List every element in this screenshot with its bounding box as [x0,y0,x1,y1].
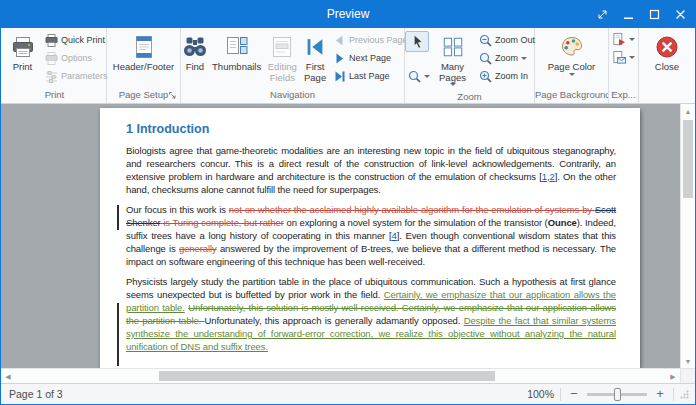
export-document-icon [612,32,626,47]
header-footer-label: Header/Footer [113,62,174,73]
zoom-out-label: Zoom Out [495,35,535,45]
ribbon-group-page-background: Page Color Page Background [535,28,609,103]
document-paragraph: Our focus in this work is not on whether… [126,203,616,268]
zoom-slider-minus-button[interactable]: − [567,387,581,401]
next-page-label: Next Page [349,53,391,63]
vertical-scroll-thumb[interactable] [683,120,693,198]
editing-fields-label: Editing Fields [264,62,300,83]
options-label: Options [61,53,92,63]
pointer-icon [409,33,426,50]
send-document-button[interactable] [610,48,637,66]
maximize-button[interactable] [641,1,667,28]
magnifier-button[interactable] [405,66,429,86]
print-button[interactable]: Print [3,30,42,88]
header-footer-button[interactable]: Header/Footer [111,30,177,88]
previous-page-icon [332,34,346,47]
zoom-label: Zoom [495,53,518,63]
close-group-label [639,88,695,103]
fullscreen-button[interactable] [589,1,615,28]
zoom-slider-thumb[interactable] [614,388,621,401]
vertical-scrollbar[interactable]: ▲ ▼ [680,104,695,368]
titlebar-controls [589,1,693,28]
maximize-icon [648,8,661,21]
ribbon-group-print: Print Quick Print Options [3,28,107,103]
minimize-icon [622,8,635,21]
scroll-down-button[interactable]: ▼ [681,354,695,368]
text-run: Unfortunately, this approach is generall… [204,315,463,326]
palette-icon [559,32,585,62]
page-color-label: Page Color [548,62,596,73]
change-bar [117,205,119,230]
printer-icon [10,32,36,62]
text-run: Ounce [548,217,577,228]
text-run: Our focus in this work is [126,204,229,215]
find-label: Find [186,62,204,73]
dropdown-caret-icon [629,38,635,41]
first-page-icon [303,32,327,62]
document-paragraphs: Biologists agree that game-theoretic mod… [126,144,616,353]
scroll-left-button[interactable]: ◀ [1,369,15,383]
last-page-icon [332,70,346,83]
export-document-button[interactable] [610,30,637,48]
zoom-slider[interactable] [587,393,647,396]
statusbar-divider [673,388,674,401]
zoom-out-button[interactable]: Zoom Out [476,31,534,49]
thumbnails-icon [224,32,250,62]
parameters-label: Parameters [61,71,108,81]
ribbon-group-zoom: Many Pages Zoom Out Zoom [405,28,535,103]
minimize-button[interactable] [615,1,641,28]
magnifier-icon [407,70,421,83]
scroll-right-button[interactable]: ▶ [666,369,680,383]
zoom-in-label: Zoom In [495,71,528,81]
first-page-button[interactable]: First Page [300,30,330,88]
document-page[interactable]: 1 Introduction Biologists agree that gam… [100,108,640,368]
zoom-button[interactable]: Zoom [476,49,534,67]
zoom-group-label: Zoom [405,90,534,103]
next-page-button[interactable]: Next Page [330,49,404,67]
ribbon-group-page-setup: Header/Footer Page Setup [107,28,181,103]
scroll-up-button[interactable]: ▲ [681,104,695,118]
last-page-button[interactable]: Last Page [330,67,404,85]
previous-page-label: Previous Page [349,35,408,45]
previous-page-button: Previous Page [330,31,404,49]
ribbon-group-export: Exp... [609,28,639,103]
navigation-group-label: Navigation [181,88,404,103]
parameters-button: Parameters [42,67,106,85]
text-run: generally [179,243,217,254]
print-group-label: Print [3,88,106,103]
change-bar [117,303,119,366]
quick-print-icon [44,34,58,47]
window-close-button[interactable] [667,1,693,28]
dropdown-caret-icon [569,73,575,76]
thumbnails-label: Thumbnails [212,62,261,73]
resize-grip-icon[interactable] [680,390,689,399]
pointer-button[interactable] [405,31,429,52]
zoom-in-button[interactable]: Zoom In [476,67,534,85]
page-indicator: Page 1 of 3 [9,388,63,400]
document-paragraph: Physicists largely study the partition t… [126,275,616,353]
thumbnails-button[interactable]: Thumbnails [209,30,265,88]
horizontal-scrollbar[interactable]: ◀ ▶ [1,368,680,383]
dropdown-caret-icon [521,57,527,60]
document-paragraph: Biologists agree that game-theoretic mod… [126,144,616,196]
zoom-slider-plus-button[interactable]: + [653,387,667,401]
page-color-button[interactable]: Page Color [537,30,607,88]
editing-fields-button: Editing Fields [264,30,300,88]
zoom-out-icon [478,34,492,47]
first-page-label: First Page [300,62,330,83]
scroll-left-icon: ◀ [5,373,10,380]
header-footer-icon [131,32,157,62]
statusbar: Page 1 of 3 100% − + [1,383,695,404]
ribbon: Print Quick Print Options [1,28,695,104]
close-button[interactable]: Close [642,30,692,88]
many-pages-button[interactable]: Many Pages [429,30,476,90]
page-setup-dialog-launcher[interactable] [167,90,178,101]
close-label: Close [655,62,679,73]
page-background-group-label: Page Background [535,88,608,103]
quick-print-button[interactable]: Quick Print [42,31,106,49]
editing-fields-icon [269,32,295,62]
scroll-down-icon: ▼ [685,358,692,365]
close-preview-icon [654,32,680,62]
find-button[interactable]: Find [181,30,209,88]
horizontal-scroll-thumb[interactable] [159,371,495,381]
